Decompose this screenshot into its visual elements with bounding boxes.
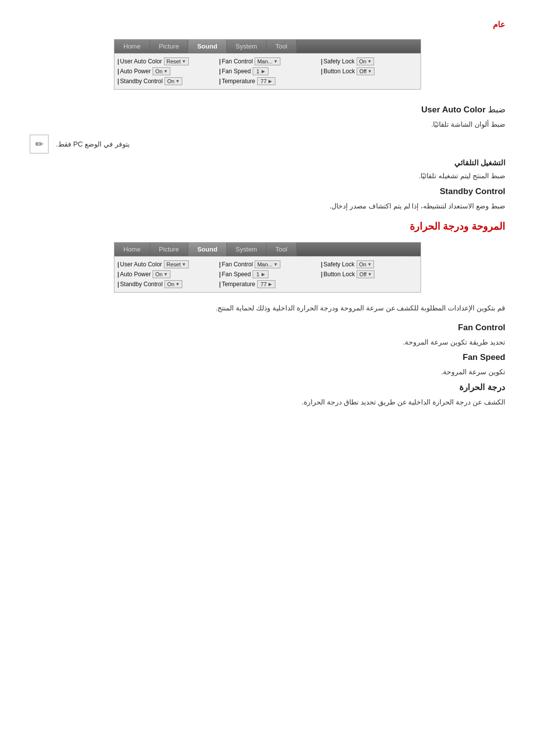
osd-select-value: Reset xyxy=(166,58,181,64)
osd-select-standby-control[interactable]: On ▼ xyxy=(164,77,182,85)
osd-label-temperature: Temperature xyxy=(219,78,255,85)
dropdown-arrow-icon: ▼ xyxy=(273,59,278,64)
osd-select-auto-power[interactable]: On ▼ xyxy=(153,67,170,75)
osd-select-value: Off xyxy=(359,68,366,74)
osd2-label-fan-speed: Fan Speed xyxy=(219,271,251,278)
osd-value-text: 1 xyxy=(256,68,259,74)
osd-tab-home-2[interactable]: Home xyxy=(114,243,150,256)
osd2-select-fan-control[interactable]: Man... ▼ xyxy=(255,260,280,268)
fan-control-desc: تحديد طريقة تكوين سرعة المروحة. xyxy=(30,337,505,348)
osd2-value-fan-speed[interactable]: 1 ▶ xyxy=(253,270,268,278)
fan-speed-title: Fan Speed xyxy=(30,353,505,362)
osd2-column-1: User Auto Color Reset ▼ Auto Power On ▼ … xyxy=(117,260,214,288)
osd-select-value: On xyxy=(359,261,367,267)
osd-label-fan-control: Fan Control xyxy=(219,58,253,65)
table-row: Auto Power On ▼ xyxy=(117,67,214,75)
osd-select-value: Man... xyxy=(257,58,272,64)
osd2-select-auto-power[interactable]: On ▼ xyxy=(153,270,170,278)
osd-value-fan-speed[interactable]: 1 ▶ xyxy=(253,67,268,75)
osd2-select-user-auto-color[interactable]: Reset ▼ xyxy=(164,260,189,268)
osd2-label-button-lock: Button Lock xyxy=(321,271,355,278)
table-row: Standby Control On ▼ xyxy=(117,77,214,85)
osd-column-3: Safety Lock On ▼ Button Lock Off ▼ xyxy=(321,57,418,85)
osd2-select-button-lock[interactable]: Off ▼ xyxy=(357,270,374,278)
osd-label-standby-control: Standby Control xyxy=(117,78,162,85)
osd-select-button-lock[interactable]: Off ▼ xyxy=(357,67,374,75)
fan-intro-section: قم بتكوين الإعدادات المطلوبة للكشف عن سر… xyxy=(30,302,505,313)
osd2-label-fan-control: Fan Control xyxy=(219,261,253,268)
osd-select-fan-control[interactable]: Man... ▼ xyxy=(255,57,280,65)
dropdown-arrow-icon: ▼ xyxy=(163,272,168,277)
osd-select-value: On xyxy=(155,271,162,277)
fan-control-section: Fan Control تحديد طريقة تكوين سرعة المرو… xyxy=(30,323,505,348)
table-row: Button Lock Off ▼ xyxy=(321,67,418,75)
osd2-label-safety-lock: Safety Lock xyxy=(321,261,355,268)
temperature-title: درجة الحرارة xyxy=(30,382,505,393)
dropdown-arrow-icon: ▼ xyxy=(163,69,168,74)
right-arrow-icon: ▶ xyxy=(262,69,265,74)
osd-select-value: Man... xyxy=(257,261,272,267)
table-row: User Auto Color Reset ▼ xyxy=(117,260,214,268)
fan-control-title: Fan Control xyxy=(30,323,505,333)
table-row: Temperature 77 ▶ xyxy=(219,77,316,85)
standby-en: Standby Control xyxy=(440,187,505,196)
osd-tab-picture-1[interactable]: Picture xyxy=(150,40,188,53)
osd2-label-standby-control: Standby Control xyxy=(117,281,162,288)
auto-start-desc: ضبط المنتج ليتم تشغيله تلقائيًا. xyxy=(30,170,505,181)
osd-menu-2: Home Picture Sound System Tool User Auto… xyxy=(114,242,421,293)
fan-speed-en: Fan Speed xyxy=(463,353,505,362)
dropdown-arrow-icon: ▼ xyxy=(368,272,372,277)
osd-tab-sound-1[interactable]: Sound xyxy=(188,40,226,53)
osd2-value-temperature[interactable]: 77 ▶ xyxy=(257,280,275,288)
osd-select-value: On xyxy=(359,58,367,64)
fan-speed-section: Fan Speed تكوين سرعة المروحة. xyxy=(30,353,505,377)
user-auto-color-section: ضبط User Auto Color ضبط ألوان الشاشة تلق… xyxy=(30,104,505,211)
osd-tab-home-1[interactable]: Home xyxy=(114,40,150,53)
osd-select-value: On xyxy=(167,78,174,84)
osd2-column-2: Fan Control Man... ▼ Fan Speed 1 ▶ Tempe… xyxy=(219,260,316,288)
osd-tab-system-2[interactable]: System xyxy=(227,243,267,256)
osd-header-2: Home Picture Sound System Tool xyxy=(114,243,421,256)
osd-select-safety-lock[interactable]: On ▼ xyxy=(357,57,374,65)
osd-value-text: 1 xyxy=(256,271,259,277)
table-row: Fan Control Man... ▼ xyxy=(219,260,316,268)
edit-icon: ✏ xyxy=(35,138,44,150)
osd2-label-user-auto-color: User Auto Color xyxy=(117,261,162,268)
osd-label-fan-speed: Fan Speed xyxy=(219,68,251,75)
dropdown-arrow-icon: ▼ xyxy=(273,262,278,267)
table-row: Fan Control Man... ▼ xyxy=(219,57,316,65)
title-ar-part: ضبط xyxy=(488,105,505,114)
table-row: Button Lock Off ▼ xyxy=(321,270,418,278)
osd-tab-sound-2[interactable]: Sound xyxy=(188,243,226,256)
osd2-select-standby-control[interactable]: On ▼ xyxy=(164,280,182,288)
osd-select-value: On xyxy=(167,281,174,287)
dropdown-arrow-icon: ▼ xyxy=(368,69,372,74)
osd-value-temperature[interactable]: 77 ▶ xyxy=(257,77,275,85)
table-row: Safety Lock On ▼ xyxy=(321,260,418,268)
user-auto-color-desc1: ضبط ألوان الشاشة تلقائيًا. xyxy=(30,119,505,130)
table-row: Temperature 77 ▶ xyxy=(219,280,316,288)
osd2-label-temperature: Temperature xyxy=(219,281,255,288)
osd-header-1: Home Picture Sound System Tool xyxy=(114,40,421,53)
osd2-select-safety-lock[interactable]: On ▼ xyxy=(357,260,374,268)
standby-desc: ضبط وضع الاستعداد لتنشيطه، إذا لم يتم اك… xyxy=(30,201,505,211)
dropdown-arrow-icon: ▼ xyxy=(175,282,180,287)
osd-tab-tool-1[interactable]: Tool xyxy=(267,40,297,53)
osd2-label-auto-power: Auto Power xyxy=(117,271,151,278)
right-arrow-icon: ▶ xyxy=(262,272,265,277)
osd-tab-picture-2[interactable]: Picture xyxy=(150,243,188,256)
osd-tab-system-1[interactable]: System xyxy=(227,40,267,53)
fan-control-en: Fan Control xyxy=(458,323,505,332)
pc-mode-text: يتوفر في الوضع PC فقط. xyxy=(56,140,130,148)
temperature-section: درجة الحرارة الكشف عن درجة الحرارة الداخ… xyxy=(30,382,505,407)
osd-select-user-auto-color[interactable]: Reset ▼ xyxy=(164,57,189,65)
pc-mode-row: يتوفر في الوضع PC فقط. ✏ xyxy=(30,135,505,153)
fan-speed-desc: تكوين سرعة المروحة. xyxy=(30,366,505,377)
osd-value-text: 77 xyxy=(261,281,267,287)
temperature-en: درجة الحرارة xyxy=(459,383,505,392)
osd-select-value: On xyxy=(155,68,162,74)
osd-tab-tool-2[interactable]: Tool xyxy=(267,243,297,256)
dropdown-arrow-icon: ▼ xyxy=(182,59,186,64)
dropdown-arrow-icon: ▼ xyxy=(182,262,186,267)
osd-label-auto-power: Auto Power xyxy=(117,68,151,75)
